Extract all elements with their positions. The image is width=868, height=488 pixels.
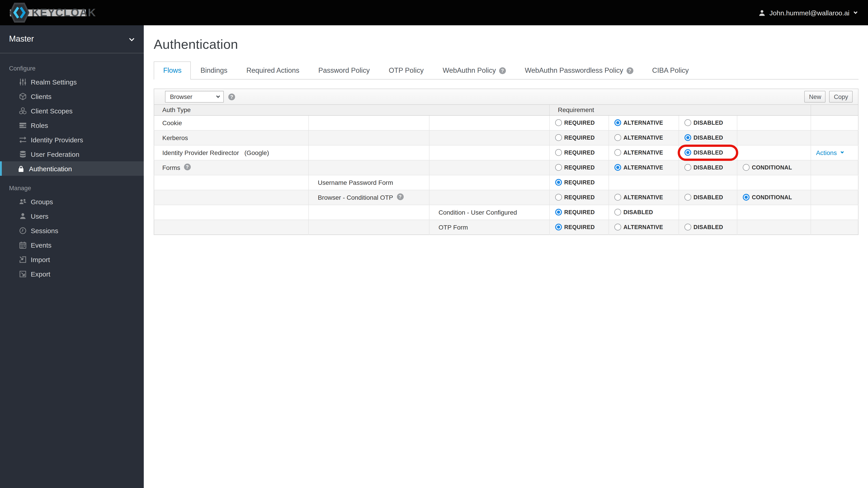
radio-required-selected[interactable]: [555, 224, 562, 230]
sidebar-item-authentication[interactable]: Authentication: [0, 161, 144, 176]
requirement-option-conditional[interactable]: CONDITIONAL: [743, 164, 811, 171]
empty-cell: [429, 190, 550, 205]
requirement-option-required[interactable]: REQUIRED: [555, 149, 609, 156]
requirement-option-required[interactable]: REQUIRED: [555, 134, 609, 141]
requirement-option-disabled[interactable]: DISABLED: [684, 149, 737, 156]
copy-button[interactable]: Copy: [829, 91, 852, 103]
sidebar-item-user-federation[interactable]: User Federation: [0, 147, 144, 161]
keycloak-admin-console: KEYCLOAK John.hummel@wallaroo.ai Master …: [0, 0, 868, 488]
help-icon[interactable]: ?: [184, 164, 191, 170]
requirement-option-disabled[interactable]: DISABLED: [684, 194, 737, 201]
radio-alternative-selected[interactable]: [614, 119, 621, 126]
tab-flows[interactable]: Flows: [154, 61, 191, 79]
sidebar-item-client-scopes[interactable]: Client Scopes: [0, 103, 144, 118]
flow-select[interactable]: Browser: [165, 91, 224, 103]
help-icon[interactable]: ?: [228, 93, 235, 100]
radio-conditional[interactable]: [743, 164, 749, 171]
table-row: Identity Provider Redirector(Google) REQ…: [154, 145, 858, 160]
radio-disabled-selected[interactable]: [684, 134, 691, 141]
table-header-row: Auth Type Requirement: [154, 105, 858, 115]
sidebar-item-export[interactable]: Export: [0, 267, 144, 281]
sidebar-item-sessions[interactable]: Sessions: [0, 223, 144, 238]
radio-disabled[interactable]: [614, 209, 621, 216]
radio-alternative[interactable]: [614, 134, 621, 141]
requirement-option-conditional[interactable]: CONDITIONAL: [743, 194, 811, 201]
radio-required[interactable]: [555, 164, 562, 171]
tab-ciba-policy[interactable]: CIBA Policy: [643, 61, 698, 79]
help-icon[interactable]: ?: [499, 67, 506, 74]
requirement-option-disabled[interactable]: DISABLED: [684, 164, 737, 171]
radio-label: REQUIRED: [564, 120, 595, 126]
new-button[interactable]: New: [804, 91, 826, 103]
sidebar-item-clients[interactable]: Clients: [0, 89, 144, 103]
requirement-option-disabled[interactable]: DISABLED: [614, 209, 679, 216]
requirement-option-required[interactable]: REQUIRED: [555, 224, 609, 230]
radio-required-selected[interactable]: [555, 179, 562, 186]
chevron-down-icon: [841, 150, 844, 153]
requirement-option-alternative[interactable]: ALTERNATIVE: [614, 224, 679, 230]
auth-type-name-cell: Kerberos: [154, 130, 309, 145]
sidebar-item-groups[interactable]: Groups: [0, 194, 144, 209]
user-menu[interactable]: John.hummel@wallaroo.ai: [758, 9, 856, 17]
tab-bindings[interactable]: Bindings: [191, 61, 237, 79]
table-row: Browser - Conditional OTP? REQUIRED ALTE…: [154, 190, 858, 205]
sidebar-item-label: Sessions: [31, 227, 58, 234]
empty-cell: [429, 160, 550, 175]
radio-alternative[interactable]: [614, 224, 621, 230]
tab-otp-policy[interactable]: OTP Policy: [379, 61, 433, 79]
keycloak-logo[interactable]: KEYCLOAK: [9, 0, 96, 25]
radio-required[interactable]: [555, 194, 562, 201]
empty-cell: [737, 130, 811, 145]
radio-conditional-selected[interactable]: [743, 194, 749, 201]
empty-cell: [811, 205, 858, 220]
requirement-option-required[interactable]: REQUIRED: [555, 194, 609, 201]
tab-label: Required Actions: [246, 66, 299, 74]
requirement-option-alternative[interactable]: ALTERNATIVE: [614, 134, 679, 141]
radio-disabled-selected[interactable]: [684, 149, 691, 156]
radio-label: ALTERNATIVE: [623, 224, 663, 230]
actions-dropdown[interactable]: Actions: [816, 149, 843, 156]
requirement-option-required[interactable]: REQUIRED: [555, 209, 609, 216]
radio-alternative-selected[interactable]: [614, 164, 621, 171]
radio-alternative[interactable]: [614, 194, 621, 201]
sidebar-item-identity-providers[interactable]: Identity Providers: [0, 132, 144, 147]
empty-cell: [737, 205, 811, 220]
tab-webauthn-policy[interactable]: WebAuthn Policy ?: [433, 61, 515, 79]
radio-alternative[interactable]: [614, 149, 621, 156]
radio-disabled[interactable]: [684, 164, 691, 171]
radio-disabled[interactable]: [684, 224, 691, 230]
sidebar-item-import[interactable]: Import: [0, 252, 144, 267]
radio-required-selected[interactable]: [555, 209, 562, 216]
auth-type-name: Browser - Conditional OTP: [318, 194, 393, 201]
sidebar-item-users[interactable]: Users: [0, 209, 144, 223]
realm-selector[interactable]: Master: [0, 25, 144, 53]
tab-bar: Flows Bindings Required Actions Password…: [154, 61, 859, 79]
tab-required-actions[interactable]: Required Actions: [237, 61, 309, 79]
requirement-option-disabled[interactable]: DISABLED: [684, 119, 737, 126]
requirement-option-alternative[interactable]: ALTERNATIVE: [614, 119, 679, 126]
sidebar-item-roles[interactable]: Roles: [0, 118, 144, 132]
sidebar-item-events[interactable]: Events: [0, 238, 144, 252]
requirement-option-required[interactable]: REQUIRED: [555, 179, 609, 186]
help-icon[interactable]: ?: [397, 193, 403, 200]
requirement-option-alternative[interactable]: ALTERNATIVE: [614, 164, 679, 171]
auth-type-name: Username Password Form: [318, 179, 393, 186]
requirement-option-disabled[interactable]: DISABLED: [684, 134, 737, 141]
requirement-option-alternative[interactable]: ALTERNATIVE: [614, 149, 679, 156]
requirement-option-disabled[interactable]: DISABLED: [684, 224, 737, 230]
requirement-option-alternative[interactable]: ALTERNATIVE: [614, 194, 679, 201]
radio-label: DISABLED: [623, 209, 653, 215]
radio-required[interactable]: [555, 119, 562, 126]
requirement-option-required[interactable]: REQUIRED: [555, 119, 609, 126]
tab-password-policy[interactable]: Password Policy: [309, 61, 379, 79]
radio-label: CONDITIONAL: [752, 194, 792, 200]
tab-webauthn-passwordless-policy[interactable]: WebAuthn Passwordless Policy ?: [515, 61, 643, 79]
actions-header: [811, 105, 858, 115]
requirement-option-required[interactable]: REQUIRED: [555, 164, 609, 171]
radio-disabled[interactable]: [684, 119, 691, 126]
radio-required[interactable]: [555, 134, 562, 141]
sidebar-item-realm-settings[interactable]: Realm Settings: [0, 74, 144, 89]
radio-disabled[interactable]: [684, 194, 691, 201]
help-icon[interactable]: ?: [626, 67, 633, 74]
radio-required[interactable]: [555, 149, 562, 156]
